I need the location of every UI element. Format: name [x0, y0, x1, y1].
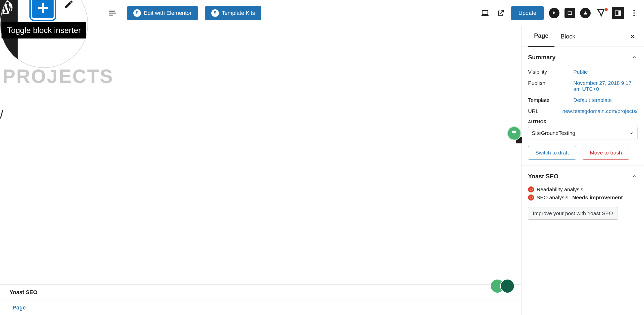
slash-placeholder[interactable]: / [0, 108, 3, 121]
chevron-down-icon [629, 131, 634, 136]
svg-point-5 [515, 132, 515, 132]
readability-label: Readability analysis: [537, 186, 585, 192]
visibility-row: Visibility Public [528, 66, 637, 77]
top-toolbar: EEdit with Elementor $Template Kits Upda… [0, 0, 644, 26]
yoast-page-tab[interactable]: Page [0, 300, 521, 315]
url-label: URL [528, 108, 562, 114]
chevron-up-icon [631, 173, 637, 180]
readability-row[interactable]: ☹ Readability analysis: [528, 185, 637, 193]
settings-sidebar-toggle[interactable] [612, 7, 624, 19]
template-value[interactable]: Default template [573, 97, 637, 103]
svg-point-4 [513, 132, 513, 132]
tools-button[interactable] [35, 6, 49, 20]
collab-avatar[interactable] [507, 126, 521, 140]
update-label: Update [518, 10, 536, 16]
yoast-panel-toggle[interactable]: Yoast SEO [528, 172, 637, 181]
document-overview-button[interactable] [106, 6, 120, 20]
summary-panel: Summary Visibility Public Publish Novemb… [521, 47, 644, 166]
yoast-panel: Yoast SEO ☹ Readability analysis: ☹ SEO … [521, 166, 644, 226]
sidebar-tabs: Page Block [521, 26, 644, 47]
sad-face-icon: ☹ [528, 186, 534, 192]
tab-page[interactable]: Page [528, 26, 554, 47]
author-select[interactable]: SiteGroundTesting [528, 127, 637, 139]
url-row: URL new.testsgdomain.com/projects/ [528, 106, 637, 117]
move-to-trash-button[interactable]: Move to trash [583, 146, 629, 160]
publish-label: Publish [528, 80, 573, 92]
template-kits-label: Template Kits [222, 10, 255, 16]
yoast-heading: Yoast SEO [528, 173, 558, 180]
update-button[interactable]: Update [511, 6, 544, 20]
close-sidebar-button[interactable] [627, 31, 637, 42]
page-title[interactable]: PROJECTS [3, 65, 114, 87]
improve-yoast-button[interactable]: Improve your post with Yoast SEO [528, 207, 618, 220]
yoast-metabox-label: Yoast SEO [10, 289, 37, 296]
template-label: Template [528, 97, 573, 103]
visibility-label: Visibility [528, 69, 573, 75]
triangle-icon[interactable] [580, 8, 591, 18]
main-area: PROJECTS / Yoast SEO ▼ Page Page Block S [0, 26, 644, 315]
bottom-panels: Yoast SEO ▼ Page [0, 284, 521, 315]
add-block-button[interactable] [18, 6, 32, 20]
switch-to-draft-button[interactable]: Switch to draft [528, 146, 576, 160]
redo-button[interactable] [69, 6, 83, 20]
visibility-value[interactable]: Public [573, 69, 637, 75]
tab-block[interactable]: Block [554, 26, 581, 47]
chevron-up-icon [631, 54, 637, 61]
yoast-metabox-header[interactable]: Yoast SEO ▼ [0, 284, 521, 300]
settings-sidebar: Page Block Summary Visibility Public Pub… [521, 26, 644, 315]
edit-elementor-label: Edit with Elementor [144, 10, 192, 16]
yoast-icon[interactable] [596, 8, 607, 19]
publish-row: Publish November 27, 2018 9:17 am UTC+0 [528, 77, 637, 95]
preview-external-icon[interactable] [495, 8, 506, 18]
author-value: SiteGroundTesting [532, 130, 575, 136]
url-value[interactable]: new.testsgdomain.com/projects/ [562, 108, 637, 114]
svg-rect-2 [618, 11, 620, 15]
siteground-icon[interactable] [549, 8, 559, 18]
seo-analysis-label: SEO analysis: [537, 194, 570, 201]
seo-analysis-row[interactable]: ☹ SEO analysis: Needs improvement [528, 193, 637, 202]
editor-canvas[interactable]: PROJECTS / Yoast SEO ▼ Page [0, 26, 521, 315]
card-icon[interactable] [565, 8, 575, 18]
wordpress-logo[interactable] [0, 0, 17, 26]
view-desktop-icon[interactable] [480, 8, 490, 18]
template-kits-button[interactable]: $Template Kits [205, 6, 261, 20]
summary-panel-toggle[interactable]: Summary [528, 53, 637, 62]
publish-value[interactable]: November 27, 2018 9:17 am UTC+0 [573, 80, 637, 92]
edit-with-elementor-button[interactable]: EEdit with Elementor [127, 6, 198, 20]
collab-avatars-stack[interactable] [495, 279, 515, 293]
author-section-label: AUTHOR [528, 120, 637, 124]
options-menu-button[interactable] [629, 8, 639, 18]
yoast-page-tab-label: Page [13, 304, 26, 311]
undo-button[interactable] [52, 6, 66, 20]
sad-face-icon: ☹ [528, 194, 534, 201]
template-row: Template Default template [528, 95, 637, 106]
seo-analysis-value: Needs improvement [572, 194, 623, 201]
summary-heading: Summary [528, 54, 555, 61]
